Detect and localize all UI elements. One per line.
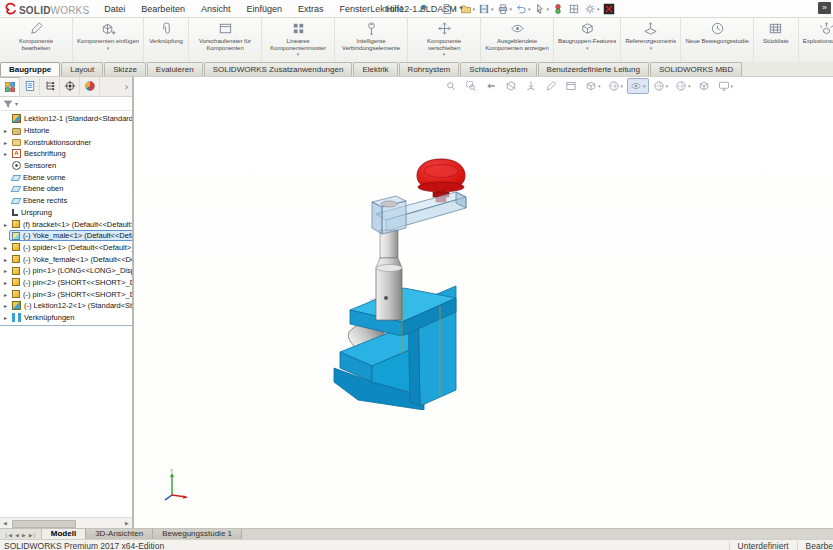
pin-menu-icon[interactable] xyxy=(417,3,428,14)
menu-extras[interactable]: Extras xyxy=(291,3,331,15)
scrollbar-thumb[interactable] xyxy=(12,520,76,528)
headsup-button-camera-monitor[interactable]: ▾ xyxy=(715,78,737,94)
tree-item[interactable]: ▸ (f) bracket<1> (Default<<Default>_Di xyxy=(0,218,132,230)
panel-tab-configurationmanager[interactable] xyxy=(40,77,60,95)
graphics-area[interactable]: ▾ ▾ ▾ ▾ xyxy=(134,77,833,528)
command-tab-rohrsystem[interactable]: Rohrsystem xyxy=(399,62,460,76)
expand-arrow-icon[interactable]: ▸ xyxy=(2,127,9,134)
tree-item[interactable]: Ursprung xyxy=(0,207,132,219)
qa-button-rebuild[interactable] xyxy=(551,1,566,16)
qa-button-print[interactable]: ▾ xyxy=(496,1,514,16)
expand-arrow-icon[interactable]: ▸ xyxy=(2,221,9,228)
command-tab-schlauchsystem[interactable]: Schlauchsystem xyxy=(460,62,536,76)
scroll-left-icon[interactable]: ◀ xyxy=(0,520,10,526)
headsup-button-hide-show-items[interactable]: ▾ xyxy=(627,78,649,94)
tree-item[interactable]: ▸ (-) Yoke_female<1> (Default<<Defaul xyxy=(0,253,132,265)
command-tab-skizze[interactable]: Skizze xyxy=(104,62,146,76)
panel-tab-dimxpertmanager[interactable] xyxy=(60,77,80,95)
headsup-button-edit-appearance[interactable]: ▾ xyxy=(650,78,672,94)
tree-item[interactable]: Lektion12-1 (Standard<Standard_Anzeige xyxy=(0,113,132,125)
qa-button-save[interactable]: ▾ xyxy=(477,1,495,16)
command-tab-solidworks-mbd[interactable]: SOLIDWORKS MBD xyxy=(650,62,742,76)
tree-item[interactable]: Ebene vorne xyxy=(0,171,132,183)
model-universal-joint-assembly[interactable] xyxy=(300,140,500,410)
menu-datei[interactable]: Datei xyxy=(97,3,132,15)
ribbon-button-move-component[interactable]: Komponente verschieben ▾ xyxy=(408,18,481,62)
command-tab-benutzerdefinierte-leitung[interactable]: Benutzerdefinierte Leitung xyxy=(538,62,649,76)
ribbon-button-mate[interactable]: Verknüpfung xyxy=(144,18,189,62)
ribbon-button-edit-component[interactable]: Komponente bearbeiten xyxy=(0,18,73,62)
ribbon-button-show-hidden-components[interactable]: Ausgeblendete Komponenten anzeigen xyxy=(481,18,554,62)
tree-item[interactable]: ▸ (-) pin<2> (SHORT<<SHORT>_Displa xyxy=(0,277,132,289)
ribbon-button-linear-component-pattern[interactable]: Lineares Komponentenmuster ▾ xyxy=(262,18,335,62)
tree-item[interactable]: Ebene oben xyxy=(0,183,132,195)
headsup-button-view-orientation[interactable]: ▾ xyxy=(582,78,604,94)
qa-button-exit[interactable] xyxy=(602,1,617,16)
ribbon-button-new-motion-study[interactable]: Neue Bewegungsstudie xyxy=(681,18,753,62)
ribbon-button-smart-fasteners[interactable]: Intelligente Verbindungselemente xyxy=(335,18,408,62)
panel-tab-featuremanager[interactable] xyxy=(0,77,20,96)
expand-arrow-icon[interactable]: ▸ xyxy=(2,291,9,298)
ribbon-button-component-preview-window[interactable]: Vorschaufenster für Komponenten xyxy=(189,18,262,62)
tree-item[interactable]: ▸ Beschriftung xyxy=(0,148,132,160)
command-tab-baugruppe[interactable]: Baugruppe xyxy=(0,62,60,76)
menu-fenster[interactable]: Fenster xyxy=(332,3,377,15)
ribbon-button-insert-components[interactable]: Komponenten einfügen ▾ xyxy=(73,18,144,62)
panel-tab-propertymanager[interactable] xyxy=(20,77,40,95)
headsup-button-sketch[interactable] xyxy=(542,78,561,94)
menu-hilfe[interactable]: Hilfe xyxy=(379,3,411,15)
headsup-button-view-settings[interactable] xyxy=(695,78,714,94)
filter-funnel-icon[interactable] xyxy=(3,99,13,109)
first-tab-icon[interactable]: ❘◀ xyxy=(3,532,13,538)
command-tab-elektrik[interactable]: Elektrik xyxy=(353,62,397,76)
titlebar-expand-button[interactable]: » xyxy=(818,2,831,14)
expand-arrow-icon[interactable]: ▸ xyxy=(2,244,9,251)
panel-tab-displaymanager[interactable] xyxy=(80,77,100,95)
headsup-button-normal-to[interactable] xyxy=(522,78,541,94)
tree-item[interactable]: ▸ (-) spider<1> (Default<<Default>_Disp xyxy=(0,242,132,254)
model-knob[interactable] xyxy=(417,159,465,192)
menu-einfuegen[interactable]: Einfügen xyxy=(239,3,289,15)
expand-arrow-icon[interactable]: ▸ xyxy=(2,256,9,263)
headsup-button-zoom-to-area[interactable] xyxy=(462,78,481,94)
panel-tabs-more-icon[interactable]: › xyxy=(125,82,132,92)
expand-arrow-icon[interactable]: ▸ xyxy=(2,314,9,321)
expand-arrow-icon[interactable]: ▸ xyxy=(2,267,9,274)
ribbon-button-reference-geometry[interactable]: Referenzgeometrie ▾ xyxy=(621,18,681,62)
command-tab-solidworks-zusatzanwendungen[interactable]: SOLIDWORKS Zusatzanwendungen xyxy=(204,62,353,76)
tree-item[interactable]: ▸ Historie xyxy=(0,125,132,137)
tree-item[interactable]: Ebene rechts xyxy=(0,195,132,207)
menu-ansicht[interactable]: Ansicht xyxy=(194,3,238,15)
command-tab-evaluieren[interactable]: Evaluieren xyxy=(147,62,203,76)
headsup-button-annotation-views[interactable] xyxy=(562,78,581,94)
headsup-button-display-style[interactable]: ▾ xyxy=(605,78,627,94)
tree-item[interactable]: ▸ Verknüpfungen xyxy=(0,312,132,324)
last-tab-icon[interactable]: ▶❘ xyxy=(28,532,38,538)
qa-button-select[interactable]: ▾ xyxy=(533,1,551,16)
next-tab-icon[interactable]: ▶ xyxy=(21,532,27,538)
model-crank-bar[interactable] xyxy=(372,192,466,234)
menu-bearbeiten[interactable]: Bearbeiten xyxy=(134,3,192,15)
ribbon-button-bill-of-materials[interactable]: Stückliste xyxy=(754,18,799,62)
command-tab-layout[interactable]: Layout xyxy=(61,62,103,76)
prev-tab-icon[interactable]: ◀ xyxy=(14,532,20,538)
qa-button-open[interactable]: ▾ xyxy=(459,1,477,16)
tree-item[interactable]: ▸ (-) Lektion12-2<1> (Standard<Standa xyxy=(0,300,132,312)
ribbon-button-exploded-view[interactable]: Explosionsansicht xyxy=(799,18,833,62)
headsup-button-apply-scene[interactable]: ▾ xyxy=(672,78,694,94)
qa-button-options[interactable]: ▾ xyxy=(583,1,601,16)
headsup-button-zoom-to-fit[interactable] xyxy=(442,78,461,94)
ribbon-button-assembly-features[interactable]: Baugruppen-Features ▾ xyxy=(554,18,621,62)
headsup-button-section-view[interactable] xyxy=(502,78,521,94)
panel-horizontal-scrollbar[interactable]: ◀ ▶ xyxy=(0,517,132,528)
scroll-right-icon[interactable]: ▶ xyxy=(122,520,132,526)
model-crank-shaft[interactable] xyxy=(376,230,402,320)
headsup-button-previous-view[interactable] xyxy=(482,78,501,94)
expand-arrow-icon[interactable]: ▸ xyxy=(2,150,9,157)
tree-item[interactable]: ▸ (-) pin<1> (LONG<<LONG>_Display S xyxy=(0,265,132,277)
qa-button-new-document[interactable]: ▾ xyxy=(440,1,458,16)
filter-dropdown-icon[interactable]: ▾ xyxy=(15,100,18,107)
expand-arrow-icon[interactable]: ▸ xyxy=(2,139,9,146)
expand-arrow-icon[interactable]: ▸ xyxy=(2,279,9,286)
tree-item[interactable]: (-) Yoke_male<1> (Default<<Default> xyxy=(0,230,132,242)
